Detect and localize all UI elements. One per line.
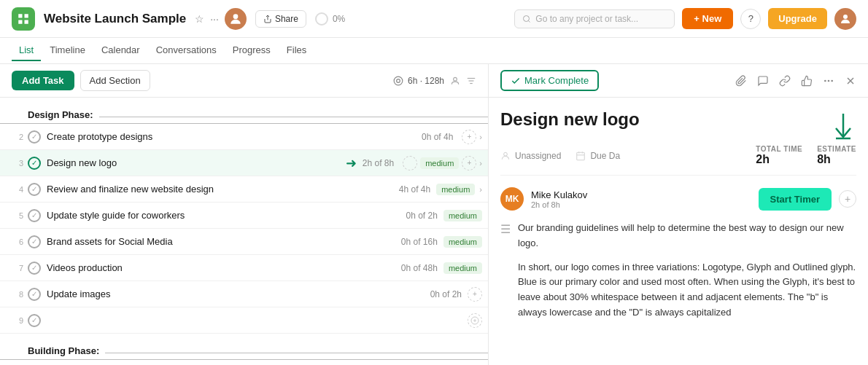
add-task-button[interactable]: Add Task (12, 71, 74, 90)
due-date-field[interactable]: Due Da (576, 151, 620, 161)
svg-rect-0 (18, 14, 22, 17)
chevron-right-icon: › (479, 159, 482, 168)
assign-icon-3[interactable]: + (462, 156, 476, 170)
assignee-field[interactable]: Unassigned (500, 151, 561, 161)
attachment-icon[interactable] (735, 75, 747, 87)
down-arrow-icon (830, 112, 856, 145)
task-toolbar: Add Task Add Section 6h · 128h (0, 64, 488, 98)
check-icon[interactable]: ✓ (28, 262, 41, 275)
detail-body: Design new logo Unassigned (489, 98, 868, 365)
table-row[interactable]: 8 ✓ Update images 0h of 2h + (0, 281, 488, 307)
assignee-row: MK Mike Kulakov 2h of 8h Start Timer + (500, 187, 856, 211)
svg-rect-1 (25, 14, 28, 17)
nav-tabs: List Timeline Calendar Conversations Pro… (0, 38, 868, 64)
more-icon[interactable]: ··· (210, 13, 219, 25)
svg-point-6 (524, 15, 530, 21)
priority-tag: medium (436, 184, 475, 195)
svg-point-11 (454, 77, 457, 81)
check-icon[interactable]: ✓ (28, 288, 41, 301)
total-time-stat: TOTAL TIME 2h (756, 145, 802, 166)
new-button[interactable]: + New (682, 8, 733, 29)
estimate-stat: ESTIMATE 8h (817, 145, 856, 166)
left-panel: Add Task Add Section 6h · 128h Design Ph… (0, 64, 489, 365)
table-row[interactable]: 4 ✓ Review and finalize new website desi… (0, 176, 488, 203)
priority-tag: medium (443, 262, 482, 274)
chevron-right-icon: › (479, 185, 482, 194)
tab-calendar[interactable]: Calendar (94, 40, 147, 61)
priority-tag: medium (420, 157, 459, 169)
tab-conversations[interactable]: Conversations (149, 40, 224, 61)
assign-icon[interactable]: + (468, 287, 482, 302)
link-icon[interactable] (779, 75, 791, 87)
filter-icon[interactable] (466, 76, 476, 86)
meta-row: Unassigned Due Da TOTAL TIME 2h ESTIMATE… (500, 145, 856, 176)
svg-point-8 (843, 15, 848, 19)
table-row[interactable]: 6 ✓ Brand assets for Social Media 0h of … (0, 229, 488, 255)
check-icon[interactable]: ✓ (28, 235, 41, 248)
check-icon[interactable]: ✓ (28, 183, 41, 196)
search-box[interactable]: Go to any project or task... (514, 9, 675, 28)
svg-point-20 (832, 80, 832, 81)
time-icon (393, 76, 403, 86)
check-icon[interactable]: ✓ (28, 314, 41, 327)
assignee-info: Mike Kulakov 2h of 8h (531, 189, 751, 209)
check-icon[interactable]: ✓ (28, 209, 41, 222)
app-icon (12, 7, 35, 31)
description-icon: ☰ (500, 222, 511, 321)
add-assignee-button[interactable]: + (839, 190, 856, 208)
more-options-icon[interactable] (823, 75, 834, 87)
table-row[interactable]: 3 ✓ Design new logo ➜ 2h of 8h medium + … (0, 150, 488, 176)
assign-icon-2[interactable] (403, 156, 417, 170)
header-icons: ☆ ··· (195, 8, 247, 30)
star-icon[interactable]: ☆ (195, 13, 204, 25)
detail-toolbar-icons (735, 75, 856, 87)
table-row[interactable]: 2 ✓ Create prototype designs 0h of 4h + … (0, 124, 488, 150)
task-list: Design Phase: 2 ✓ Create prototype desig… (0, 98, 488, 365)
progress-info: 0% (315, 12, 345, 25)
search-icon (522, 15, 531, 23)
description-block: ☰ Our branding guidelines will help to d… (500, 221, 856, 321)
user-avatar[interactable] (225, 8, 247, 30)
check-icon[interactable]: ✓ (28, 130, 41, 144)
assign-icon[interactable] (468, 313, 482, 328)
detail-header: Mark Complete (489, 64, 868, 98)
svg-rect-3 (25, 20, 28, 23)
time-stats: TOTAL TIME 2h ESTIMATE 8h (756, 145, 856, 166)
svg-line-7 (529, 20, 530, 22)
svg-point-18 (825, 80, 826, 81)
comment-icon[interactable] (757, 75, 769, 87)
assignee-avatar: MK (500, 187, 524, 211)
mark-complete-button[interactable]: Mark Complete (500, 70, 599, 91)
priority-tag: medium (443, 236, 482, 248)
person-field-icon (500, 151, 511, 161)
detail-title: Design new logo (500, 109, 640, 130)
project-title: Website Launch Sample (44, 12, 186, 26)
close-icon[interactable] (845, 75, 856, 87)
header-right: Go to any project or task... + New ? Upg… (514, 8, 856, 30)
right-panel: Mark Complete Design new logo (489, 64, 868, 365)
upgrade-button[interactable]: Upgrade (768, 8, 827, 29)
tab-progress[interactable]: Progress (225, 40, 278, 61)
tab-timeline[interactable]: Timeline (42, 40, 93, 61)
tab-files[interactable]: Files (279, 40, 314, 61)
check-icon[interactable]: ✓ (28, 157, 41, 170)
table-row[interactable]: 9 ✓ (0, 307, 488, 334)
help-button[interactable]: ? (740, 9, 761, 29)
share-button[interactable]: Share (255, 10, 306, 28)
table-row[interactable]: 5 ✓ Update style guide for coworkers 0h … (0, 203, 488, 229)
tab-list[interactable]: List (12, 40, 41, 61)
start-timer-button[interactable]: Start Timer (759, 188, 832, 211)
header-avatar[interactable] (834, 8, 856, 30)
svg-rect-26 (577, 152, 585, 160)
chevron-right-icon: › (479, 133, 482, 141)
description-text: Our branding guidelines will help to det… (518, 221, 856, 321)
add-section-button[interactable]: Add Section (80, 70, 150, 91)
assign-icon[interactable]: + (462, 130, 476, 144)
like-icon[interactable] (801, 75, 813, 87)
arrow-indicator: ➜ (346, 155, 357, 171)
person-icon[interactable] (450, 76, 460, 86)
svg-point-9 (394, 76, 403, 85)
time-info: 6h · 128h (393, 76, 444, 86)
check-mark-icon (511, 76, 521, 86)
table-row[interactable]: 7 ✓ Videos production 0h of 48h medium (0, 255, 488, 281)
